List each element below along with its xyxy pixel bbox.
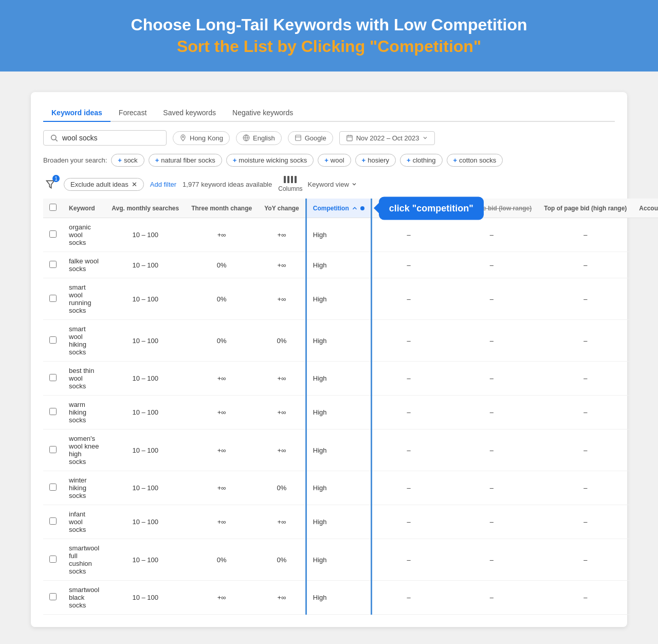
row-checkbox-cell[interactable]	[43, 396, 63, 430]
broaden-tag-moisture-wicking[interactable]: + moisture wicking socks	[226, 154, 314, 167]
columns-button[interactable]: Columns	[278, 176, 302, 192]
search-input[interactable]	[62, 134, 155, 142]
keyword-cell: smartwool black socks	[63, 581, 105, 615]
tab-forecast[interactable]: Forecast	[111, 104, 155, 122]
top-page-low-cell: –	[446, 581, 538, 615]
avg-monthly-cell: 10 – 100	[105, 252, 185, 278]
top-page-high-cell: –	[538, 320, 633, 362]
keyword-cell: infant wool socks	[63, 505, 105, 539]
row-checkbox[interactable]	[49, 593, 57, 600]
keyword-cell: best thin wool socks	[63, 362, 105, 396]
yoy-cell: +∞	[258, 505, 306, 539]
top-page-high-cell: –	[538, 218, 633, 252]
broaden-tag-sock[interactable]: + sock	[111, 154, 144, 167]
row-checkbox-cell[interactable]	[43, 218, 63, 252]
keyword-view-button[interactable]: Keyword view	[308, 181, 357, 188]
three-month-cell: +∞	[185, 471, 258, 505]
broaden-tag-wool[interactable]: + wool	[318, 154, 351, 167]
account-status-header[interactable]: Account status	[633, 199, 658, 218]
keyword-header[interactable]: Keyword	[63, 199, 105, 218]
account-status-cell	[633, 278, 658, 320]
row-checkbox[interactable]	[49, 408, 57, 415]
location-label: Hong Kong	[190, 134, 223, 142]
avg-monthly-cell: 10 – 100	[105, 362, 185, 396]
account-status-cell	[633, 539, 658, 581]
row-checkbox-cell[interactable]	[43, 539, 63, 581]
row-checkbox-cell[interactable]	[43, 471, 63, 505]
top-page-high-header[interactable]: Top of page bid (high range)	[538, 199, 633, 218]
svg-rect-3	[295, 135, 301, 141]
table-row: falke wool socks 10 – 100 0% +∞ High – –…	[43, 252, 658, 278]
row-checkbox-cell[interactable]	[43, 362, 63, 396]
competition-header[interactable]: Competition click "competition"	[306, 199, 371, 218]
yoy-cell: 0%	[258, 539, 306, 581]
top-page-low-cell: –	[446, 278, 538, 320]
avg-monthly-header[interactable]: Avg. monthly searches	[105, 199, 185, 218]
language-filter[interactable]: English	[236, 131, 282, 145]
yoy-header[interactable]: YoY change	[258, 199, 306, 218]
top-page-high-cell: –	[538, 471, 633, 505]
row-checkbox-cell[interactable]	[43, 430, 63, 471]
avg-monthly-cell: 10 – 100	[105, 278, 185, 320]
top-page-high-cell: –	[538, 430, 633, 471]
calendar-icon	[346, 134, 353, 141]
row-checkbox[interactable]	[49, 484, 57, 491]
row-checkbox[interactable]	[49, 230, 57, 238]
broaden-tag-cotton-socks[interactable]: + cotton socks	[447, 154, 503, 167]
select-all-header[interactable]	[43, 199, 63, 218]
tab-negative-keywords[interactable]: Negative keywords	[224, 104, 301, 122]
top-page-low-cell: –	[446, 539, 538, 581]
date-range-picker[interactable]: Nov 2022 – Oct 2023	[339, 131, 435, 145]
select-all-checkbox[interactable]	[49, 204, 57, 211]
location-filter[interactable]: Hong Kong	[173, 131, 230, 145]
filter-bar: 1 Exclude adult ideas ✕ Add filter 1,977…	[43, 176, 615, 192]
broaden-label: Broaden your search:	[43, 156, 107, 164]
broaden-tag-hosiery[interactable]: + hosiery	[355, 154, 396, 167]
tab-saved-keywords[interactable]: Saved keywords	[155, 104, 224, 122]
row-checkbox-cell[interactable]	[43, 320, 63, 362]
add-filter-button[interactable]: Add filter	[150, 181, 176, 188]
table-row: organic wool socks 10 – 100 +∞ +∞ High –…	[43, 218, 658, 252]
row-checkbox[interactable]	[49, 556, 57, 563]
top-page-high-cell: –	[538, 581, 633, 615]
tab-keyword-ideas[interactable]: Keyword ideas	[43, 104, 111, 122]
row-checkbox[interactable]	[49, 374, 57, 381]
row-checkbox[interactable]	[49, 336, 57, 344]
three-month-cell: +∞	[185, 396, 258, 430]
keyword-cell: warm hiking socks	[63, 396, 105, 430]
table-row: smartwool full cushion socks 10 – 100 0%…	[43, 539, 658, 581]
exclude-adult-label: Exclude adult ideas	[70, 181, 129, 188]
three-month-cell: +∞	[185, 430, 258, 471]
three-month-cell: +∞	[185, 581, 258, 615]
search-box[interactable]	[43, 130, 167, 146]
three-month-cell: +∞	[185, 362, 258, 396]
row-checkbox[interactable]	[49, 295, 57, 302]
yoy-cell: +∞	[258, 396, 306, 430]
language-label: English	[253, 134, 275, 142]
broaden-tag-natural-fiber[interactable]: + natural fiber socks	[149, 154, 222, 167]
chevron-down-icon	[422, 135, 428, 141]
row-checkbox[interactable]	[49, 446, 57, 453]
row-checkbox[interactable]	[49, 517, 57, 525]
tabs: Keyword ideas Forecast Saved keywords Ne…	[43, 104, 615, 122]
exclude-adult-pill[interactable]: Exclude adult ideas ✕	[64, 178, 144, 191]
row-checkbox-cell[interactable]	[43, 278, 63, 320]
avg-monthly-cell: 10 – 100	[105, 320, 185, 362]
row-checkbox[interactable]	[49, 261, 57, 268]
yoy-cell: +∞	[258, 252, 306, 278]
exclude-adult-close[interactable]: ✕	[132, 181, 137, 188]
ad-impression-cell: –	[371, 320, 445, 362]
table-row: infant wool socks 10 – 100 +∞ +∞ High – …	[43, 505, 658, 539]
row-checkbox-cell[interactable]	[43, 505, 63, 539]
yoy-cell: +∞	[258, 218, 306, 252]
top-page-low-cell: –	[446, 505, 538, 539]
broaden-tag-clothing[interactable]: + clothing	[400, 154, 442, 167]
three-month-header[interactable]: Three month change	[185, 199, 258, 218]
engine-filter[interactable]: Google	[288, 131, 333, 145]
funnel-filter[interactable]: 1	[43, 177, 58, 191]
row-checkbox-cell[interactable]	[43, 252, 63, 278]
row-checkbox-cell[interactable]	[43, 581, 63, 615]
ad-impression-cell: –	[371, 362, 445, 396]
table-row: best thin wool socks 10 – 100 +∞ +∞ High…	[43, 362, 658, 396]
account-status-cell	[633, 505, 658, 539]
